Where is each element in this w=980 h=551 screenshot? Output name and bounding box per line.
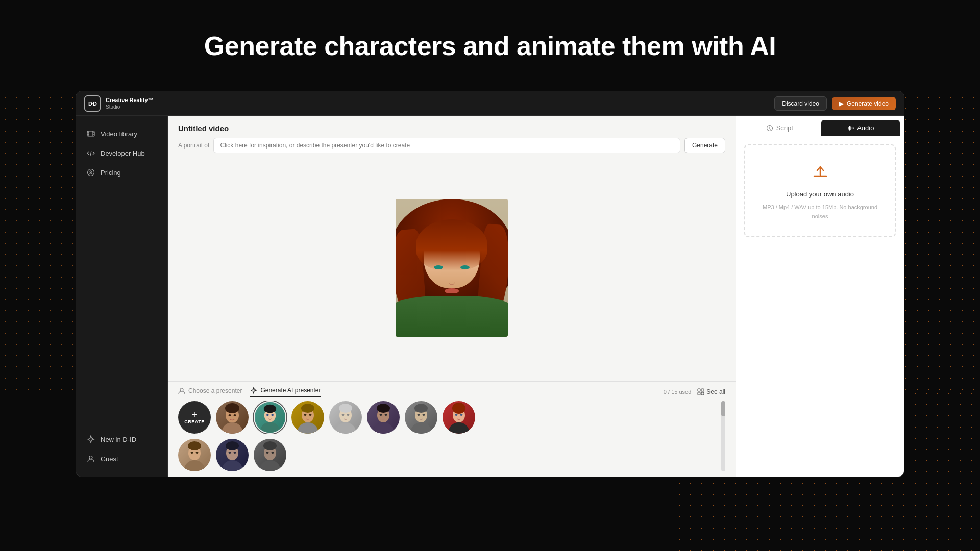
presenter-avatar-5[interactable] [367,401,400,434]
sidebar-item-video-library[interactable]: Video library [76,124,167,143]
svg-point-55 [191,452,193,454]
svg-point-48 [449,422,469,434]
presenter-avatar-9[interactable] [216,439,249,471]
usage-count: 0 / 15 used [664,389,691,395]
svg-point-41 [385,414,387,416]
presenter-avatar-8[interactable] [178,439,211,471]
svg-point-11 [89,456,92,459]
svg-point-35 [342,414,345,416]
svg-point-23 [260,422,280,434]
svg-point-33 [335,422,356,434]
generate-video-button[interactable]: ▶ Generate video [832,97,896,110]
see-all-button[interactable]: See all [697,388,725,395]
workspace-title: Untitled video [178,124,725,133]
svg-point-26 [271,414,274,416]
tab-script[interactable]: Script [740,120,819,136]
presenter-section: Choose a presenter Generate AI presenter… [168,381,736,477]
tab-audio[interactable]: Audio [821,120,900,136]
presenter-tabs: Choose a presenter Generate AI presenter [178,387,321,397]
sidebar-item-developer-hub[interactable]: Developer Hub [76,143,167,163]
top-bar-actions: Discard video ▶ Generate video [774,96,896,111]
portrait-input-row: A portrait of Generate [168,138,736,159]
presenter-avatar-10[interactable] [254,439,286,471]
sidebar-item-pricing[interactable]: Pricing [76,163,167,182]
film-icon [86,129,95,138]
sidebar-item-new-in-did[interactable]: New in D-ID [76,430,167,449]
workspace: Untitled video A portrait of Generate [168,116,736,477]
svg-point-49 [452,403,465,414]
generate-portrait-button[interactable]: Generate [684,138,725,153]
main-content: Video library Developer Hub [76,116,904,477]
plus-icon: + [192,410,198,419]
presenter-grid-container: + CREATE [178,401,725,471]
logo-icon: D·D [84,95,101,112]
sidebar-label-developer-hub: Developer Hub [101,149,145,157]
presenter-avatar-7[interactable] [443,401,475,434]
presenter-avatar-3[interactable] [291,401,324,434]
svg-point-24 [264,405,276,413]
presenter-controls: Choose a presenter Generate AI presenter… [178,387,725,397]
upload-area[interactable]: Upload your own audio MP3 / Mp4 / WAV up… [744,144,896,237]
tag-icon [86,168,95,177]
create-avatar-button[interactable]: + CREATE [178,401,211,434]
tab-choose-label: Choose a presenter [188,387,242,394]
svg-point-65 [266,452,269,454]
svg-point-19 [225,403,239,413]
app-window: D·D Creative Reality™ Studio Discard vid… [76,91,904,477]
svg-point-50 [455,414,458,416]
sidebar-bottom: New in D-ID Guest [76,423,167,468]
svg-point-18 [222,422,242,434]
tab-choose-presenter[interactable]: Choose a presenter [178,387,242,397]
sidebar-label-pricing: Pricing [101,169,121,177]
presenter-row-2 [178,439,716,471]
svg-point-21 [234,414,236,416]
sidebar-label-new-in-did: New in D-ID [101,436,136,443]
presenter-avatar-6[interactable] [405,401,437,434]
svg-point-56 [196,452,199,454]
svg-point-12 [180,388,183,391]
video-icon: ▶ [839,100,844,107]
svg-point-34 [339,404,352,413]
presenter-avatar-4[interactable] [329,401,362,434]
portrait-display [168,159,736,381]
tab-generate-presenter[interactable]: Generate AI presenter [250,387,321,397]
svg-point-36 [347,414,350,416]
svg-point-25 [266,414,269,416]
svg-point-59 [226,441,239,450]
svg-point-53 [184,460,205,471]
svg-point-28 [298,422,318,434]
svg-point-40 [380,414,382,416]
sidebar-label-guest: Guest [101,455,118,463]
svg-line-7 [90,151,91,156]
presenter-row-1: + CREATE [178,401,716,434]
sidebar-item-guest[interactable]: Guest [76,449,167,468]
tab-audio-label: Audio [857,124,874,132]
svg-point-44 [414,404,428,413]
svg-point-29 [301,404,314,413]
code-icon [86,148,95,158]
portrait-canvas [396,199,508,337]
portrait-label: A portrait of [178,142,209,149]
svg-point-30 [304,414,307,416]
discard-button[interactable]: Discard video [774,96,827,111]
svg-point-31 [309,414,312,416]
sidebar-nav: Video library Developer Hub [76,124,167,423]
svg-point-38 [373,422,394,434]
svg-point-60 [229,452,231,454]
svg-rect-15 [698,392,700,395]
svg-rect-16 [701,392,704,395]
sidebar-label-video-library: Video library [101,130,137,138]
svg-point-54 [188,441,201,450]
scrollbar-thumb [721,401,725,416]
presenter-scrollbar[interactable] [721,401,725,471]
logo-text: Creative Reality™ Studio [106,96,154,110]
presenter-avatar-1[interactable] [216,401,249,434]
svg-point-43 [411,422,431,434]
upload-icon [810,161,830,185]
presenter-avatar-2[interactable] [254,401,286,434]
user-icon [86,454,95,463]
upload-title: Upload your own audio [786,190,854,198]
portrait-input[interactable] [213,138,680,153]
svg-point-66 [272,452,274,454]
right-panel: Script Audio Upload your own aud [736,116,904,477]
